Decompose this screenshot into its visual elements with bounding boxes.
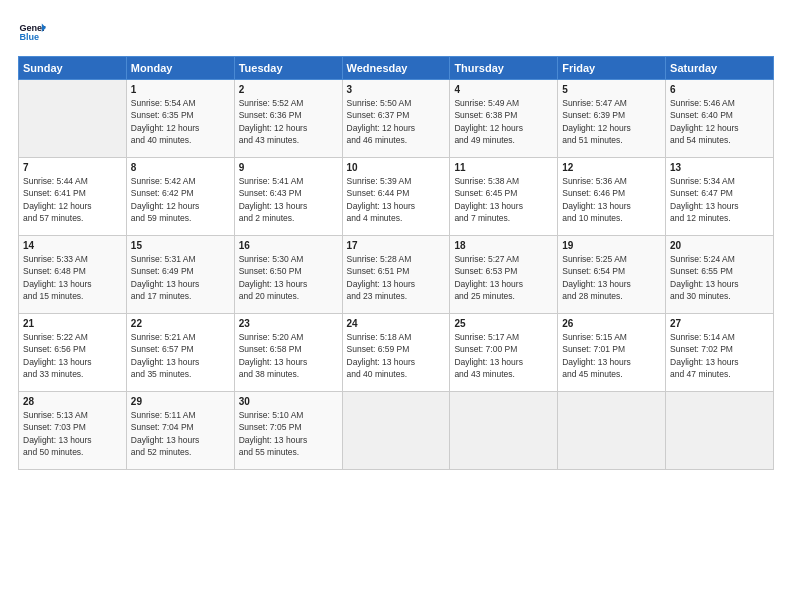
- cell-sun-data: Sunrise: 5:10 AMSunset: 7:05 PMDaylight:…: [239, 409, 338, 458]
- calendar-cell: 1Sunrise: 5:54 AMSunset: 6:35 PMDaylight…: [126, 80, 234, 158]
- day-number: 29: [131, 396, 230, 407]
- day-number: 9: [239, 162, 338, 173]
- calendar-cell: 3Sunrise: 5:50 AMSunset: 6:37 PMDaylight…: [342, 80, 450, 158]
- calendar-cell: 5Sunrise: 5:47 AMSunset: 6:39 PMDaylight…: [558, 80, 666, 158]
- calendar-week-row: 7Sunrise: 5:44 AMSunset: 6:41 PMDaylight…: [19, 158, 774, 236]
- day-number: 21: [23, 318, 122, 329]
- svg-text:Blue: Blue: [19, 32, 39, 42]
- day-number: 16: [239, 240, 338, 251]
- calendar-cell: 8Sunrise: 5:42 AMSunset: 6:42 PMDaylight…: [126, 158, 234, 236]
- calendar-cell: 19Sunrise: 5:25 AMSunset: 6:54 PMDayligh…: [558, 236, 666, 314]
- logo: General Blue: [18, 18, 46, 46]
- calendar-cell: 20Sunrise: 5:24 AMSunset: 6:55 PMDayligh…: [666, 236, 774, 314]
- cell-sun-data: Sunrise: 5:27 AMSunset: 6:53 PMDaylight:…: [454, 253, 553, 302]
- calendar-cell: 24Sunrise: 5:18 AMSunset: 6:59 PMDayligh…: [342, 314, 450, 392]
- calendar-cell: 18Sunrise: 5:27 AMSunset: 6:53 PMDayligh…: [450, 236, 558, 314]
- calendar-cell: 25Sunrise: 5:17 AMSunset: 7:00 PMDayligh…: [450, 314, 558, 392]
- day-number: 8: [131, 162, 230, 173]
- calendar-body: 1Sunrise: 5:54 AMSunset: 6:35 PMDaylight…: [19, 80, 774, 470]
- calendar-cell: 17Sunrise: 5:28 AMSunset: 6:51 PMDayligh…: [342, 236, 450, 314]
- cell-sun-data: Sunrise: 5:36 AMSunset: 6:46 PMDaylight:…: [562, 175, 661, 224]
- calendar-cell: 21Sunrise: 5:22 AMSunset: 6:56 PMDayligh…: [19, 314, 127, 392]
- cell-sun-data: Sunrise: 5:25 AMSunset: 6:54 PMDaylight:…: [562, 253, 661, 302]
- cell-sun-data: Sunrise: 5:44 AMSunset: 6:41 PMDaylight:…: [23, 175, 122, 224]
- calendar-header-row: SundayMondayTuesdayWednesdayThursdayFrid…: [19, 57, 774, 80]
- cell-sun-data: Sunrise: 5:46 AMSunset: 6:40 PMDaylight:…: [670, 97, 769, 146]
- calendar-cell: 13Sunrise: 5:34 AMSunset: 6:47 PMDayligh…: [666, 158, 774, 236]
- calendar-cell: [558, 392, 666, 470]
- calendar-cell: 6Sunrise: 5:46 AMSunset: 6:40 PMDaylight…: [666, 80, 774, 158]
- cell-sun-data: Sunrise: 5:47 AMSunset: 6:39 PMDaylight:…: [562, 97, 661, 146]
- logo-icon: General Blue: [18, 18, 46, 46]
- cell-sun-data: Sunrise: 5:22 AMSunset: 6:56 PMDaylight:…: [23, 331, 122, 380]
- calendar-cell: 12Sunrise: 5:36 AMSunset: 6:46 PMDayligh…: [558, 158, 666, 236]
- cell-sun-data: Sunrise: 5:11 AMSunset: 7:04 PMDaylight:…: [131, 409, 230, 458]
- cell-sun-data: Sunrise: 5:15 AMSunset: 7:01 PMDaylight:…: [562, 331, 661, 380]
- day-number: 23: [239, 318, 338, 329]
- day-number: 11: [454, 162, 553, 173]
- day-number: 13: [670, 162, 769, 173]
- cell-sun-data: Sunrise: 5:31 AMSunset: 6:49 PMDaylight:…: [131, 253, 230, 302]
- calendar-cell: 2Sunrise: 5:52 AMSunset: 6:36 PMDaylight…: [234, 80, 342, 158]
- column-header-sunday: Sunday: [19, 57, 127, 80]
- day-number: 30: [239, 396, 338, 407]
- day-number: 10: [347, 162, 446, 173]
- cell-sun-data: Sunrise: 5:13 AMSunset: 7:03 PMDaylight:…: [23, 409, 122, 458]
- day-number: 4: [454, 84, 553, 95]
- day-number: 19: [562, 240, 661, 251]
- day-number: 15: [131, 240, 230, 251]
- calendar-cell: 16Sunrise: 5:30 AMSunset: 6:50 PMDayligh…: [234, 236, 342, 314]
- day-number: 18: [454, 240, 553, 251]
- day-number: 2: [239, 84, 338, 95]
- day-number: 25: [454, 318, 553, 329]
- calendar-cell: [342, 392, 450, 470]
- cell-sun-data: Sunrise: 5:52 AMSunset: 6:36 PMDaylight:…: [239, 97, 338, 146]
- day-number: 27: [670, 318, 769, 329]
- cell-sun-data: Sunrise: 5:39 AMSunset: 6:44 PMDaylight:…: [347, 175, 446, 224]
- day-number: 20: [670, 240, 769, 251]
- day-number: 12: [562, 162, 661, 173]
- calendar-cell: 11Sunrise: 5:38 AMSunset: 6:45 PMDayligh…: [450, 158, 558, 236]
- cell-sun-data: Sunrise: 5:17 AMSunset: 7:00 PMDaylight:…: [454, 331, 553, 380]
- calendar-cell: 4Sunrise: 5:49 AMSunset: 6:38 PMDaylight…: [450, 80, 558, 158]
- cell-sun-data: Sunrise: 5:49 AMSunset: 6:38 PMDaylight:…: [454, 97, 553, 146]
- day-number: 24: [347, 318, 446, 329]
- calendar-cell: [19, 80, 127, 158]
- cell-sun-data: Sunrise: 5:24 AMSunset: 6:55 PMDaylight:…: [670, 253, 769, 302]
- column-header-tuesday: Tuesday: [234, 57, 342, 80]
- day-number: 7: [23, 162, 122, 173]
- calendar-cell: 22Sunrise: 5:21 AMSunset: 6:57 PMDayligh…: [126, 314, 234, 392]
- calendar-cell: 30Sunrise: 5:10 AMSunset: 7:05 PMDayligh…: [234, 392, 342, 470]
- cell-sun-data: Sunrise: 5:21 AMSunset: 6:57 PMDaylight:…: [131, 331, 230, 380]
- cell-sun-data: Sunrise: 5:54 AMSunset: 6:35 PMDaylight:…: [131, 97, 230, 146]
- cell-sun-data: Sunrise: 5:38 AMSunset: 6:45 PMDaylight:…: [454, 175, 553, 224]
- calendar-week-row: 1Sunrise: 5:54 AMSunset: 6:35 PMDaylight…: [19, 80, 774, 158]
- cell-sun-data: Sunrise: 5:34 AMSunset: 6:47 PMDaylight:…: [670, 175, 769, 224]
- cell-sun-data: Sunrise: 5:33 AMSunset: 6:48 PMDaylight:…: [23, 253, 122, 302]
- column-header-monday: Monday: [126, 57, 234, 80]
- cell-sun-data: Sunrise: 5:30 AMSunset: 6:50 PMDaylight:…: [239, 253, 338, 302]
- calendar-cell: 26Sunrise: 5:15 AMSunset: 7:01 PMDayligh…: [558, 314, 666, 392]
- cell-sun-data: Sunrise: 5:41 AMSunset: 6:43 PMDaylight:…: [239, 175, 338, 224]
- calendar-cell: 7Sunrise: 5:44 AMSunset: 6:41 PMDaylight…: [19, 158, 127, 236]
- cell-sun-data: Sunrise: 5:18 AMSunset: 6:59 PMDaylight:…: [347, 331, 446, 380]
- cell-sun-data: Sunrise: 5:20 AMSunset: 6:58 PMDaylight:…: [239, 331, 338, 380]
- cell-sun-data: Sunrise: 5:14 AMSunset: 7:02 PMDaylight:…: [670, 331, 769, 380]
- day-number: 22: [131, 318, 230, 329]
- calendar-week-row: 21Sunrise: 5:22 AMSunset: 6:56 PMDayligh…: [19, 314, 774, 392]
- calendar-cell: 15Sunrise: 5:31 AMSunset: 6:49 PMDayligh…: [126, 236, 234, 314]
- day-number: 5: [562, 84, 661, 95]
- day-number: 6: [670, 84, 769, 95]
- day-number: 1: [131, 84, 230, 95]
- cell-sun-data: Sunrise: 5:50 AMSunset: 6:37 PMDaylight:…: [347, 97, 446, 146]
- calendar-cell: 14Sunrise: 5:33 AMSunset: 6:48 PMDayligh…: [19, 236, 127, 314]
- calendar-week-row: 14Sunrise: 5:33 AMSunset: 6:48 PMDayligh…: [19, 236, 774, 314]
- cell-sun-data: Sunrise: 5:42 AMSunset: 6:42 PMDaylight:…: [131, 175, 230, 224]
- day-number: 14: [23, 240, 122, 251]
- day-number: 26: [562, 318, 661, 329]
- day-number: 28: [23, 396, 122, 407]
- calendar-week-row: 28Sunrise: 5:13 AMSunset: 7:03 PMDayligh…: [19, 392, 774, 470]
- calendar-cell: [666, 392, 774, 470]
- cell-sun-data: Sunrise: 5:28 AMSunset: 6:51 PMDaylight:…: [347, 253, 446, 302]
- column-header-saturday: Saturday: [666, 57, 774, 80]
